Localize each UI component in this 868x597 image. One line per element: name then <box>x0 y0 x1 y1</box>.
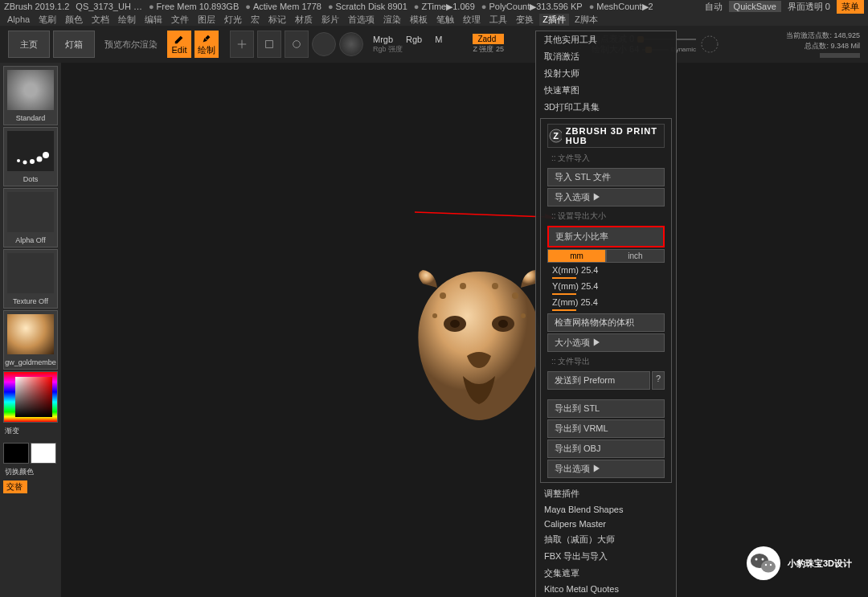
menu-file[interactable]: 文件 <box>168 14 192 26</box>
swatch-secondary[interactable] <box>31 443 56 464</box>
material-thumb[interactable]: gw_goldmembe <box>3 310 58 370</box>
menu-stroke[interactable]: 笔触 <box>433 14 457 26</box>
scale-button[interactable] <box>257 31 281 58</box>
dd-quicksketch[interactable]: 快速草图 <box>536 82 676 99</box>
menu-zplugin[interactable]: Z插件 <box>539 14 569 26</box>
canvas[interactable]: 其他实用工具 取消激活 投射大师 快速草图 3D打印工具集 Z ZBRUSH 3… <box>61 63 868 597</box>
zadd-button[interactable]: Zadd <box>473 34 504 44</box>
menu-edit[interactable]: 编辑 <box>141 14 166 26</box>
dd-decimation[interactable]: 抽取（减面）大师 <box>536 531 676 548</box>
draw-button[interactable]: 绘制 <box>194 31 219 58</box>
size-dial-icon[interactable] <box>699 34 720 55</box>
svg-point-3 <box>702 36 718 52</box>
gyro-icon[interactable] <box>312 32 336 56</box>
dd-adjust[interactable]: 调整插件 <box>536 485 676 502</box>
ztime: ZTime▶1.069 <box>414 2 475 12</box>
rotate-button[interactable] <box>285 31 309 58</box>
brush-thumb[interactable]: Standard <box>3 66 58 125</box>
dd-maya[interactable]: Maya Blend Shapes <box>536 502 676 517</box>
svg-point-15 <box>492 283 498 289</box>
export-obj-button[interactable]: 导出到 OBJ <box>547 440 665 458</box>
z-intensity[interactable]: Z 强度 25 <box>473 44 504 55</box>
section-import: :: 文件导入 <box>543 150 669 166</box>
color-picker[interactable] <box>3 371 58 423</box>
dd-fbx[interactable]: FBX 导出与导入 <box>536 548 676 565</box>
dd-deactivate[interactable]: 取消激活 <box>536 48 676 65</box>
send-preform-button[interactable]: 发送到 Preform <box>547 371 650 390</box>
menu-button[interactable]: 菜单 <box>837 0 864 14</box>
menu-zscript[interactable]: Z脚本 <box>571 14 601 26</box>
import-options-button[interactable]: 导入选项 ▶ <box>547 188 665 206</box>
menu-draw[interactable]: 绘制 <box>115 14 139 26</box>
texture-thumb[interactable]: Texture Off <box>3 249 58 309</box>
menu-alpha[interactable]: Alpha <box>4 14 33 24</box>
gyro2-icon[interactable] <box>339 32 363 56</box>
menu-tool[interactable]: 工具 <box>486 14 510 26</box>
left-panel: Standard Dots Alpha Off Texture Off gw_g… <box>0 63 61 597</box>
dd-intersection[interactable]: 交集遮罩 <box>536 565 676 582</box>
menu-light[interactable]: 灯光 <box>221 14 245 26</box>
dd-3dprint[interactable]: 3D打印工具集 <box>536 99 676 116</box>
quicksave-button[interactable]: QuickSave <box>729 1 781 12</box>
swap-button[interactable]: 交替 <box>3 480 27 493</box>
export-vrml-button[interactable]: 导出到 VRML <box>547 419 665 438</box>
m-label[interactable]: M <box>435 35 442 44</box>
move-button[interactable] <box>230 31 254 58</box>
unit-mm[interactable]: mm <box>547 249 606 263</box>
menu-texture[interactable]: 纹理 <box>460 14 484 26</box>
dd-other-tools[interactable]: 其他实用工具 <box>536 31 676 48</box>
menu-marker[interactable]: 标记 <box>265 14 289 26</box>
import-stl-button[interactable]: 导入 STL 文件 <box>547 168 665 186</box>
rgb-label[interactable]: Rgb <box>406 35 422 44</box>
svg-point-11 <box>450 320 460 328</box>
menu-stencil[interactable]: 模板 <box>407 14 431 26</box>
home-button[interactable]: 主页 <box>8 31 50 58</box>
model-preview <box>407 264 551 424</box>
switchcolor-label[interactable]: 切换颜色 <box>3 465 58 479</box>
transparent-label: 界面透明 0 <box>788 1 830 13</box>
menu-brush[interactable]: 笔刷 <box>35 14 59 26</box>
update-size-button[interactable]: 更新大小比率 <box>547 226 665 247</box>
dd-kitco[interactable]: Kitco Metal Quotes <box>536 582 676 596</box>
menu-macro[interactable]: 宏 <box>248 14 263 26</box>
menu-movie[interactable]: 影片 <box>318 14 342 26</box>
menu-material[interactable]: 材质 <box>292 14 316 26</box>
export-options-button[interactable]: 导出选项 ▶ <box>547 460 665 478</box>
menu-transform[interactable]: 变换 <box>513 14 537 26</box>
alpha-thumb[interactable]: Alpha Off <box>3 188 58 247</box>
menu-document[interactable]: 文档 <box>88 14 113 26</box>
check-volume-button[interactable]: 检查网格物体的体积 <box>547 313 665 332</box>
dd-projection[interactable]: 投射大师 <box>536 65 676 82</box>
preview-label[interactable]: 预览布尔渲染 <box>98 35 164 54</box>
dim-z[interactable]: Z(mm) 25.4 <box>547 296 665 308</box>
unit-inch[interactable]: inch <box>606 249 665 263</box>
total-points: 总点数: 9.348 Mil <box>723 41 860 51</box>
svg-point-4 <box>17 159 20 162</box>
size-options-button[interactable]: 大小选项 ▶ <box>547 333 665 352</box>
menu-render[interactable]: 渲染 <box>380 14 404 26</box>
toolbar: 主页 灯箱 预览布尔渲染 Edit 绘制 Mrgb Rgb M Rgb 强度 Z… <box>0 26 868 63</box>
svg-point-8 <box>43 152 49 158</box>
export-stl-button[interactable]: 导出到 STL <box>547 399 665 418</box>
svg-point-18 <box>521 313 526 318</box>
menu-preferences[interactable]: 首选项 <box>345 14 378 26</box>
menu-layer[interactable]: 图层 <box>194 14 219 26</box>
auto-label[interactable]: 自动 <box>705 1 723 13</box>
mrgb-label[interactable]: Mrgb <box>373 35 393 44</box>
dim-x[interactable]: X(mm) 25.4 <box>547 264 665 276</box>
section-size: :: 设置导出大小 <box>543 208 669 224</box>
dd-calipers[interactable]: Calipers Master <box>536 517 676 531</box>
activemem: Active Mem 1778 <box>245 2 321 11</box>
lightbox-button[interactable]: 灯箱 <box>53 31 95 58</box>
edit-button[interactable]: Edit <box>167 31 191 58</box>
swatch-main[interactable] <box>3 443 29 464</box>
dim-y[interactable]: Y(mm) 25.4 <box>547 280 665 292</box>
svg-point-6 <box>30 159 35 164</box>
menu-color[interactable]: 颜色 <box>62 14 86 26</box>
gradient-label[interactable]: 渐变 <box>3 424 58 438</box>
watermark: 小豹珠宝3D设计 <box>746 546 852 581</box>
rgb-intensity[interactable]: Rgb 强度 <box>373 44 442 55</box>
help-button[interactable]: ? <box>652 371 665 390</box>
units-toggle[interactable]: mm inch <box>547 249 665 263</box>
stroke-thumb[interactable]: Dots <box>3 127 58 186</box>
